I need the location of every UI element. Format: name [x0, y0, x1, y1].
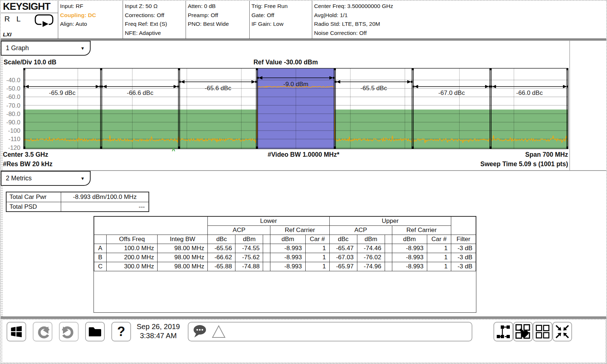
video-bw-readout[interactable]: #Video BW 1.0000 MHz* — [267, 151, 339, 159]
table-row-offset-b: B 200.0 MHz 98.00 MHz -66.62 -75.62 -8.9… — [94, 253, 476, 262]
undo-button[interactable] — [33, 322, 52, 341]
window-layout-button[interactable] — [533, 322, 552, 341]
time-text: 3:38:47 AM — [130, 331, 186, 340]
collapse-arrows-icon — [555, 324, 570, 339]
hierarchy-icon — [496, 324, 511, 339]
dbm-header: dBm — [392, 235, 427, 244]
offs-freq-header: Offs Freq — [107, 235, 158, 244]
graph-selector-label: 1 Graph — [6, 44, 29, 52]
sequence-view-button[interactable] — [493, 322, 513, 341]
total-psd-label: Total PSD — [7, 202, 61, 211]
upper-dbc-value: -67.03 — [329, 253, 357, 262]
span-readout[interactable]: Span 700 MHz — [525, 151, 568, 159]
header-trigger-settings[interactable]: Trig: Free Run Gate: Off IF Gain: Low — [251, 1, 311, 39]
upper-group-header: Upper — [329, 217, 451, 226]
header-input-settings[interactable]: Input: RF Coupling: DC Align: Auto — [60, 1, 122, 39]
total-psd-row: Total PSD --- — [7, 202, 148, 211]
file-explorer-button[interactable] — [85, 322, 105, 341]
lower-car-value: 1 — [305, 262, 329, 271]
lxi-logo: LXI — [3, 31, 11, 37]
graph-view-selector[interactable]: 1 Graph ▼ — [1, 41, 91, 56]
empty-cell — [451, 217, 476, 235]
center-freq-readout[interactable]: Center 3.5 GHz — [3, 151, 48, 159]
carrier-power-label: -9.0 dBm — [283, 81, 309, 88]
ref-value-label[interactable]: Ref Value -30.00 dBm — [253, 59, 318, 66]
spectrum-trace-canvas — [23, 68, 568, 149]
acp-region-label: -65.9 dBc — [49, 89, 76, 97]
filter-header: Filter — [451, 235, 476, 244]
question-mark-icon: ? — [117, 325, 125, 338]
metrics-view-selector[interactable]: 2 Metrics ▼ — [1, 171, 91, 186]
y-axis-tick: -110 — [1, 136, 20, 143]
input-setting: Input: RF — [60, 2, 122, 11]
offs-freq-value: 200.0 MHz — [107, 253, 158, 262]
total-car-pwr-row: Total Car Pwr -8.993 dBm/100.0 MHz — [7, 192, 148, 202]
total-psd-value: --- — [61, 203, 148, 211]
spacer-cell — [263, 262, 270, 271]
spacer-cell — [385, 244, 392, 253]
divider — [249, 1, 250, 39]
windows-logo-icon — [10, 325, 23, 338]
scale-div-label[interactable]: Scale/Div 10.0 dB — [4, 59, 56, 66]
upper-ref-dbm-value: -8.993 — [392, 244, 427, 253]
message-status-bar[interactable] — [188, 322, 472, 341]
divider — [186, 1, 186, 39]
clock-display: Sep 26, 2019 3:38:47 AM — [130, 322, 186, 340]
y-axis-tick: -120 — [1, 144, 20, 152]
pno-setting: PNO: Best Wide — [188, 20, 249, 29]
collapse-view-button[interactable] — [552, 322, 572, 341]
upper-ref-carrier-header: Ref Carrier — [392, 226, 451, 235]
help-button[interactable]: ? — [111, 322, 131, 341]
lower-car-value: 1 — [305, 244, 329, 253]
y-axis-tick: -70.0 — [1, 102, 20, 109]
upper-dbm-value: -76.02 — [357, 253, 385, 262]
lower-group-header: Lower — [208, 217, 329, 226]
undo-icon — [35, 324, 51, 340]
message-bubble-icon — [192, 324, 207, 339]
lower-dbm-value: -74.55 — [235, 244, 263, 253]
spacer-cell — [385, 262, 392, 271]
integ-bw-value: 98.00 MHz — [158, 262, 208, 271]
acp-region-label: -65.6 dBc — [205, 85, 231, 92]
table-row-offset-c: C 300.0 MHz 98.00 MHz -65.88 -74.88 -8.9… — [94, 262, 476, 271]
filter-value: -3 dB — [451, 253, 476, 262]
spacer-cell — [385, 253, 392, 262]
annunciator-rl: R L — [4, 15, 23, 23]
windows-start-button[interactable] — [7, 322, 26, 341]
spacer-cell — [385, 235, 392, 244]
redo-button[interactable] — [59, 322, 79, 341]
if-gain-setting: IF Gain: Low — [251, 20, 311, 29]
metrics-selector-label: 2 Metrics — [6, 175, 32, 182]
header-atten-settings[interactable]: Atten: 0 dB Preamp: Off PNO: Best Wide — [188, 1, 249, 39]
input-z-setting: Input Z: 50 Ω — [125, 2, 185, 11]
row-label: A — [94, 244, 107, 253]
acp-region-label: -66.6 dBc — [127, 89, 154, 97]
lower-dbc-value: -65.56 — [208, 244, 235, 253]
upper-ref-dbm-value: -8.993 — [392, 253, 427, 262]
y-axis-tick: -50.0 — [1, 85, 20, 92]
chevron-down-icon: ▼ — [80, 46, 85, 51]
touch-screen-button[interactable] — [513, 322, 533, 341]
spectrum-plot[interactable]: -65.9 dBc -66.6 dBc -65.6 dBc -9.0 dBm -… — [23, 68, 568, 149]
upper-ref-dbm-value: -8.993 — [392, 262, 427, 271]
upper-dbc-value: -65.97 — [329, 262, 357, 271]
table-row-offset-a: A 100.0 MHz 98.00 MHz -65.56 -74.55 -8.9… — [94, 244, 476, 253]
row-label: B — [94, 253, 107, 262]
dbm-header: dBm — [357, 235, 385, 244]
status-header: KEYSIGHT R L LXI Input: RF Coupling: DC … — [1, 1, 607, 39]
y-axis-tick: -100 — [1, 127, 20, 135]
lower-dbc-value: -66.62 — [208, 253, 235, 262]
marker-caret: ^ — [172, 148, 175, 154]
lower-acp-header: ACP — [208, 226, 270, 235]
lower-dbm-value: -75.62 — [235, 253, 263, 262]
header-impedance-settings[interactable]: Input Z: 50 Ω Corrections: Off Freq Ref:… — [125, 1, 185, 39]
nfe-setting: NFE: Adaptive — [125, 29, 185, 38]
filter-value: -3 dB — [451, 244, 476, 253]
sweep-time-readout[interactable]: Sweep Time 5.09 s (1001 pts) — [480, 160, 568, 168]
res-bw-readout[interactable]: #Res BW 20 kHz — [3, 160, 52, 168]
lower-dbm-value: -74.88 — [235, 262, 263, 271]
header-freq-settings[interactable]: Center Freq: 3.500000000 GHz Avg|Hold: 1… — [314, 1, 569, 39]
upper-car-value: 1 — [427, 244, 451, 253]
totals-table: Total Car Pwr -8.993 dBm/100.0 MHz Total… — [6, 192, 149, 212]
y-axis-tick: -60.0 — [1, 93, 20, 101]
